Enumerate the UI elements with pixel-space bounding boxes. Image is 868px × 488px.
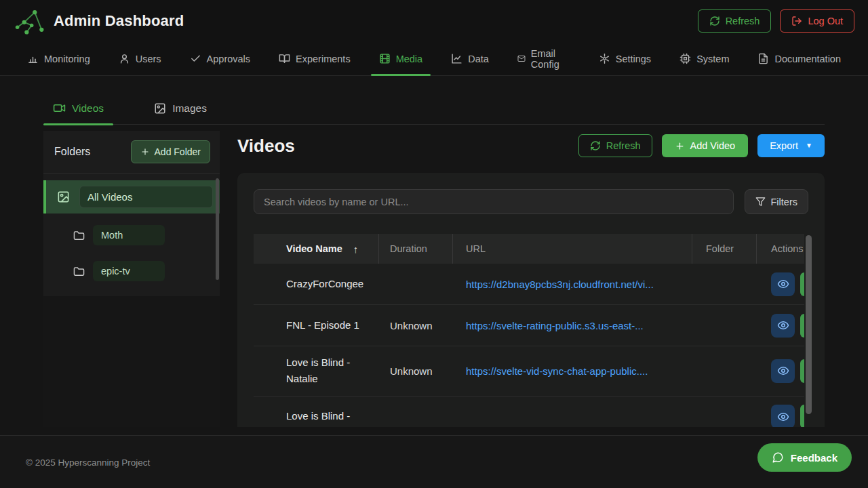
nav-item-users[interactable]: Users	[119, 42, 161, 75]
nav-item-monitoring[interactable]: Monitoring	[27, 42, 90, 75]
export-button[interactable]: Export ▼	[757, 134, 825, 157]
duration-cell: Unknown	[379, 320, 453, 331]
table-header-row: Video Name ↑ Duration URL Folder Actions	[254, 234, 804, 264]
column-header-url[interactable]: URL	[453, 234, 692, 264]
main-nav: Monitoring Users Approvals Experiments M…	[0, 42, 868, 76]
plus-icon	[140, 147, 150, 157]
folder-label-epic-tv: epic-tv	[93, 261, 165, 281]
nav-label: Documentation	[774, 54, 841, 64]
folder-label-all-videos: All Videos	[79, 186, 213, 208]
logout-label: Log Out	[808, 16, 843, 26]
nav-item-email-config[interactable]: Email Config	[517, 42, 570, 75]
nav-item-media[interactable]: Media	[379, 42, 423, 75]
view-video-button[interactable]	[771, 314, 795, 338]
film-icon	[379, 53, 391, 64]
add-folder-button[interactable]: Add Folder	[131, 140, 210, 163]
folder-list: All Videos Moth epic-tv	[43, 174, 220, 285]
column-header-video-name[interactable]: Video Name ↑	[254, 234, 379, 264]
book-open-icon	[279, 53, 290, 64]
video-url-link[interactable]: https://svelte-rating-public.s3.us-east-…	[466, 320, 644, 331]
nav-label: Data	[468, 54, 489, 64]
network-logo-icon	[14, 6, 45, 36]
table-row: Love is Blind -	[254, 396, 804, 427]
image-icon	[57, 190, 70, 203]
feedback-button[interactable]: Feedback	[757, 443, 852, 472]
column-header-folder[interactable]: Folder	[692, 234, 757, 264]
user-icon	[119, 53, 130, 64]
eye-icon	[777, 278, 789, 290]
bar-chart-icon	[27, 53, 39, 64]
sort-ascending-icon[interactable]: ↑	[353, 243, 359, 255]
sidebar-empty-area	[43, 296, 220, 427]
nav-item-documentation[interactable]: Documentation	[757, 42, 841, 75]
tab-videos-label: Videos	[72, 102, 104, 115]
folder-item-all-videos[interactable]: All Videos	[43, 180, 220, 214]
edit-video-button-clipped[interactable]	[800, 272, 804, 296]
plus-icon	[675, 141, 685, 151]
view-video-button[interactable]	[771, 405, 795, 427]
table-row: Love is Blind - Natalie Unknown https://…	[254, 346, 804, 396]
videos-table: Video Name ↑ Duration URL Folder Actions…	[254, 234, 808, 427]
nav-label: Monitoring	[44, 54, 90, 64]
nav-item-approvals[interactable]: Approvals	[190, 42, 250, 75]
nav-label: Media	[396, 54, 423, 64]
folders-header: Folders Add Folder	[43, 131, 220, 174]
edit-video-button-clipped[interactable]	[800, 314, 804, 338]
folder-icon	[73, 266, 85, 277]
table-row: FNL - Episode 1 Unknown https://svelte-r…	[254, 305, 804, 346]
nav-item-settings[interactable]: Settings	[599, 42, 651, 75]
edit-video-button-clipped[interactable]	[800, 405, 804, 427]
add-video-button[interactable]: Add Video	[662, 134, 749, 157]
url-cell: https://d2bnay8pcbs3nj.cloudfront.net/vi…	[453, 279, 692, 290]
media-tabs: Videos Images	[43, 102, 825, 125]
nav-item-experiments[interactable]: Experiments	[279, 42, 351, 75]
logout-button[interactable]: Log Out	[780, 9, 854, 33]
search-input[interactable]	[254, 189, 734, 214]
admin-dashboard-app: Admin Dashboard Refresh Log Out Monitori…	[0, 0, 868, 488]
tab-images[interactable]: Images	[144, 102, 216, 124]
actions-cell	[757, 314, 804, 338]
video-name-cell: Love is Blind - Natalie	[254, 346, 379, 396]
content-area: Folders Add Folder All Videos Moth	[43, 131, 825, 427]
header-refresh-button[interactable]: Refresh	[698, 9, 772, 33]
view-video-button[interactable]	[771, 272, 795, 296]
folders-panel: Folders Add Folder All Videos Moth	[43, 131, 220, 296]
folder-label-moth: Moth	[93, 225, 165, 245]
nav-item-data[interactable]: Data	[451, 42, 489, 75]
add-video-label: Add Video	[690, 140, 736, 151]
url-cell: https://svelte-vid-sync-chat-app-public.…	[453, 365, 692, 377]
videos-refresh-button[interactable]: Refresh	[578, 134, 652, 157]
add-folder-label: Add Folder	[155, 146, 201, 157]
video-url-link[interactable]: https://svelte-vid-sync-chat-app-public.…	[466, 365, 648, 377]
nav-label: Approvals	[207, 54, 250, 64]
videos-header: Videos Refresh Add Video Export ▼	[237, 134, 825, 157]
folders-title: Folders	[54, 146, 90, 158]
check-icon	[190, 53, 201, 64]
app-title: Admin Dashboard	[54, 12, 184, 30]
video-camera-icon	[53, 102, 66, 115]
filters-button[interactable]: Filters	[745, 189, 808, 214]
sidebar-scrollbar-thumb[interactable]	[216, 178, 219, 280]
actions-cell	[757, 405, 804, 427]
view-video-button[interactable]	[771, 359, 795, 383]
video-name-cell: Love is Blind -	[254, 400, 379, 427]
tab-videos[interactable]: Videos	[43, 102, 113, 124]
header-refresh-label: Refresh	[726, 16, 760, 26]
video-url-link[interactable]: https://d2bnay8pcbs3nj.cloudfront.net/vi…	[466, 279, 654, 290]
folders-sidebar: Folders Add Folder All Videos Moth	[43, 131, 220, 427]
eye-icon	[777, 365, 789, 377]
footer: © 2025 Hyperscanning Project Feedback	[0, 435, 868, 488]
folder-item-epic-tv[interactable]: epic-tv	[43, 257, 220, 285]
refresh-icon	[590, 140, 601, 151]
feedback-label: Feedback	[791, 452, 837, 464]
export-label: Export	[770, 140, 798, 151]
edit-video-button-clipped[interactable]	[800, 359, 804, 383]
folder-item-moth[interactable]: Moth	[43, 221, 220, 249]
column-header-duration[interactable]: Duration	[379, 234, 453, 264]
nav-label: Email Config	[531, 48, 570, 70]
page-title: Videos	[237, 136, 295, 157]
table-scrollbar-thumb[interactable]	[806, 235, 812, 414]
nav-item-system[interactable]: System	[679, 42, 729, 75]
funnel-icon	[755, 197, 766, 207]
nav-label: Experiments	[296, 54, 351, 64]
